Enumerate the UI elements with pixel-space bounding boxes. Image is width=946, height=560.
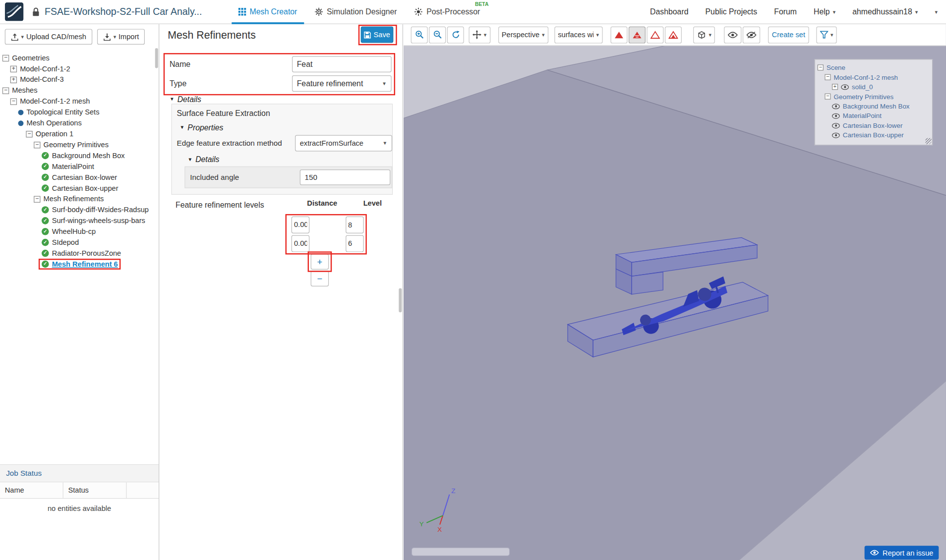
properties-toggle[interactable]: ▼ Properties — [180, 123, 392, 132]
project-tree-item-wheelhub-cp[interactable]: ✓WheelHub-cp — [0, 226, 159, 237]
level-input-2[interactable] — [346, 235, 364, 252]
zoom-in-button[interactable] — [411, 26, 428, 43]
app-logo-icon[interactable] — [5, 2, 24, 21]
scene-tree-item-background-mesh-box[interactable]: Background Mesh Box — [815, 101, 932, 111]
scene-tree-item-label: MaterialPoint — [843, 112, 882, 119]
collapse-icon[interactable]: − — [34, 141, 40, 148]
inner-details-toggle[interactable]: ▼ Details — [187, 155, 392, 164]
filter-dropdown[interactable]: ▾ — [816, 26, 837, 43]
tab-post-processor[interactable]: Post-Processor BETA — [406, 0, 489, 24]
collapse-icon[interactable]: − — [2, 55, 9, 61]
refresh-view-button[interactable] — [447, 26, 464, 43]
viewport-3d[interactable]: ▾ Perspective ▾ surfaces with v ▾ — [404, 24, 946, 560]
project-tree-item-materialpoint[interactable]: ✓MaterialPoint — [0, 161, 159, 172]
project-tree-item-background-mesh-box[interactable]: ✓Background Mesh Box — [0, 150, 159, 161]
pan-tool-dropdown[interactable]: ▾ — [469, 26, 490, 43]
nav-forum[interactable]: Forum — [774, 7, 797, 16]
inner-details-toggle-label: Details — [195, 155, 219, 164]
collapse-icon[interactable]: − — [2, 87, 9, 94]
render-mode-select[interactable]: surfaces with v ▾ — [554, 26, 602, 43]
visibility-eye-icon[interactable] — [832, 123, 840, 128]
project-tree-item-mesh-operations[interactable]: Mesh Operations — [0, 117, 159, 128]
save-button[interactable]: Save — [361, 27, 394, 43]
nav-more-menu[interactable]: ▾ — [935, 9, 938, 15]
nav-user-menu[interactable]: ahmedhussain18▾ — [852, 7, 918, 16]
scene-tree-item-model-conf-1-2-mesh[interactable]: −Model-Conf-1-2 mesh — [815, 72, 932, 82]
create-set-button[interactable]: Create set — [768, 26, 809, 43]
sidebar-scrollbar[interactable] — [155, 48, 158, 68]
mesh-quality-toggle-4[interactable] — [665, 26, 682, 43]
projection-select[interactable]: Perspective ▾ — [498, 26, 548, 43]
scene-tree-item-cartesian-box-upper[interactable]: Cartesian Box-upper — [815, 130, 932, 140]
project-title[interactable]: FSAE-Workshop-S2-Full Car Analy... — [45, 6, 202, 17]
triangle-down-icon: ▼ — [180, 125, 185, 130]
scene-tree-item-cartesian-box-lower[interactable]: Cartesian Box-lower — [815, 120, 932, 130]
clip-cube-dropdown[interactable]: ▾ — [693, 26, 715, 43]
level-input-1[interactable] — [346, 217, 364, 233]
upload-cad-button[interactable]: ▾ Upload CAD/mesh — [5, 29, 92, 45]
project-tree-item-model-conf-1-2[interactable]: +Model-Conf-1-2 — [0, 63, 159, 74]
visibility-eye-icon[interactable] — [832, 132, 840, 138]
panel-scrollbar[interactable] — [399, 288, 402, 313]
visibility-eye-icon[interactable] — [832, 104, 840, 109]
project-tree-item-operation-1[interactable]: −Operation 1 — [0, 128, 159, 139]
details-toggle-label: Details — [177, 95, 201, 104]
project-tree-item-surf-wings-wheels-susp-bars[interactable]: ✓Surf-wings-wheels-susp-bars — [0, 215, 159, 226]
collapse-icon[interactable]: − — [818, 64, 824, 70]
add-level-button[interactable]: + — [311, 254, 329, 270]
mesh-quality-toggle-1[interactable] — [610, 26, 627, 43]
viewport-horizontal-scrollbar[interactable] — [412, 548, 510, 556]
project-tree-item-mesh-refinement-6[interactable]: ✓Mesh Refinement 6 — [0, 259, 159, 270]
project-tree-item-cartesian-box-lower[interactable]: ✓Cartesian Box-lower — [0, 172, 159, 183]
import-button-label: Import — [118, 33, 139, 41]
project-tree-item-meshes[interactable]: −Meshes — [0, 85, 159, 96]
edge-method-select[interactable]: extractFromSurface ▼ — [295, 135, 392, 152]
tab-mesh-creator[interactable]: Mesh Creator — [230, 0, 305, 24]
details-toggle[interactable]: ▼ Details — [170, 95, 201, 104]
nav-help-menu[interactable]: Help▾ — [814, 7, 835, 16]
expand-icon[interactable]: + — [10, 76, 17, 83]
show-selection-button[interactable] — [724, 26, 742, 43]
expand-icon[interactable]: + — [10, 65, 17, 72]
project-tree-item-model-conf-1-2-mesh[interactable]: −Model-Conf-1-2 mesh — [0, 96, 159, 107]
project-tree-item-geometry-primitives[interactable]: −Geometry Primitives — [0, 139, 159, 150]
expand-icon[interactable]: + — [832, 84, 838, 90]
project-tree-item-mesh-refinements[interactable]: −Mesh Refinements — [0, 194, 159, 205]
upload-icon — [11, 33, 19, 41]
visibility-eye-icon[interactable] — [841, 84, 849, 90]
mesh-quality-toggle-2[interactable] — [629, 26, 646, 43]
collapse-icon[interactable]: − — [26, 130, 32, 137]
project-tree-item-sidepod[interactable]: ✓SIdepod — [0, 237, 159, 248]
scene-tree-item-geometry-primitives[interactable]: −Geometry Primitives — [815, 92, 932, 101]
project-tree-item-surf-body-diff-wsides-radsup[interactable]: ✓Surf-body-diff-Wsides-Radsup — [0, 204, 159, 215]
scene-tree-item-materialpoint[interactable]: MaterialPoint — [815, 111, 932, 120]
nav-public-projects[interactable]: Public Projects — [706, 7, 758, 16]
scene-tree-panel[interactable]: −Scene−Model-Conf-1-2 mesh+solid_0−Geome… — [815, 59, 933, 145]
distance-input-1[interactable] — [292, 217, 310, 233]
project-tree-item-radiator-porouszone[interactable]: ✓Radiator-PorousZone — [0, 248, 159, 259]
collapse-icon[interactable]: − — [34, 196, 40, 202]
distance-input-2[interactable] — [292, 235, 310, 252]
scene-tree-item-solid-0[interactable]: +solid_0 — [815, 82, 932, 91]
collapse-icon[interactable]: − — [825, 74, 830, 80]
project-tree-item-topological-entity-sets[interactable]: Topological Entity Sets — [0, 107, 159, 117]
report-issue-button[interactable]: Report an issue — [865, 546, 939, 560]
collapse-icon[interactable]: − — [825, 94, 830, 100]
import-button[interactable]: ▾ Import — [97, 29, 145, 45]
zoom-out-button[interactable] — [429, 26, 446, 43]
name-input[interactable] — [292, 56, 392, 72]
nav-dashboard[interactable]: Dashboard — [650, 7, 688, 16]
hide-selection-button[interactable] — [743, 26, 760, 43]
project-tree-item-geometries[interactable]: −Geometries — [0, 53, 159, 63]
type-select[interactable]: Feature refinement ▼ — [292, 75, 392, 92]
visibility-eye-icon[interactable] — [832, 113, 840, 118]
collapse-icon[interactable]: − — [10, 98, 17, 105]
remove-level-button[interactable]: − — [311, 271, 329, 286]
scene-tree-item-scene[interactable]: −Scene — [815, 63, 932, 72]
project-tree-item-model-conf-3[interactable]: +Model-Conf-3 — [0, 74, 159, 85]
tab-simulation-designer[interactable]: Simulation Designer — [305, 0, 405, 24]
chevron-down-icon: ▾ — [596, 32, 599, 38]
mesh-quality-toggle-3[interactable] — [647, 26, 663, 43]
included-angle-input[interactable] — [300, 169, 391, 185]
project-tree-item-cartesian-box-upper[interactable]: ✓Cartesian Box-upper — [0, 183, 159, 194]
